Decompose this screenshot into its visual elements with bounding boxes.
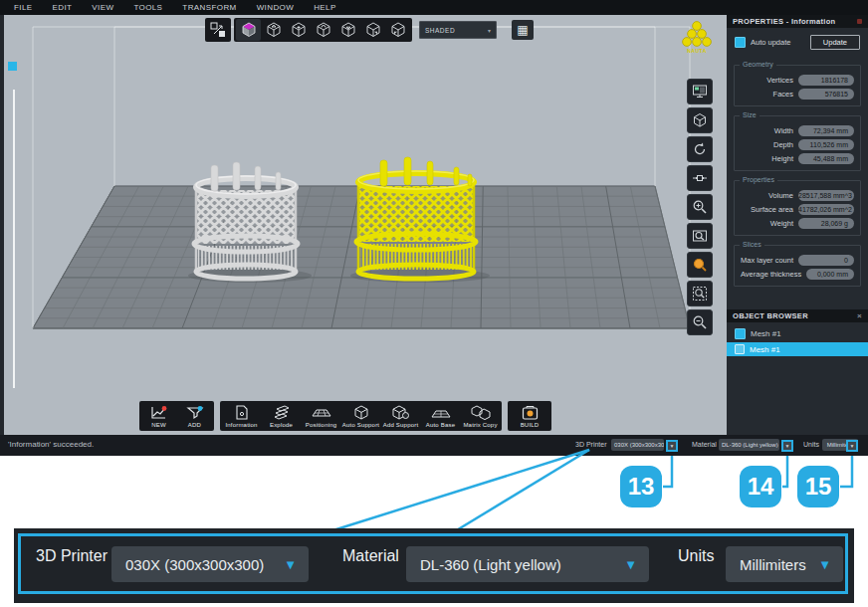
zoom-region-icon bbox=[692, 286, 708, 302]
viewport-scene bbox=[4, 15, 727, 435]
object-browser-header[interactable]: OBJECT BROWSER × bbox=[727, 309, 868, 322]
left-view-cube-icon bbox=[390, 22, 406, 38]
explode-button[interactable]: Explode bbox=[262, 403, 301, 429]
printer-dropdown[interactable]: 030X (300x300x300) bbox=[611, 439, 664, 451]
add-support-button[interactable]: Add Support bbox=[381, 403, 420, 429]
field-surface-area: Surface area 41782,026 mm^2 bbox=[741, 204, 854, 215]
field-depth: Depth 110,526 mm bbox=[741, 139, 854, 150]
menu-window[interactable]: WINDOW bbox=[247, 3, 305, 12]
surface-area-value: 41782,026 mm^2 bbox=[798, 204, 854, 215]
menu-tools[interactable]: TOOLS bbox=[123, 3, 172, 12]
object-browser-panel: OBJECT BROWSER × Mesh #1 Mesh #1 bbox=[727, 309, 868, 356]
explode-icon bbox=[272, 405, 292, 420]
dropdown-arrow-icon: ▼ bbox=[785, 443, 790, 449]
zoom-in-icon bbox=[692, 199, 708, 215]
auto-update-row: Auto update Update bbox=[727, 32, 868, 56]
field-height: Height 45,488 mm bbox=[741, 153, 854, 164]
iso-view-button[interactable] bbox=[236, 19, 261, 41]
ruler-handle[interactable] bbox=[8, 62, 17, 71]
material-dropdown[interactable]: DL-360 (Light yellow) bbox=[719, 439, 779, 451]
printer-dropdown-arrow[interactable]: ▼ bbox=[666, 440, 678, 452]
right-view-button[interactable] bbox=[360, 19, 385, 41]
average-thickness-value: 0,000 mm bbox=[806, 269, 854, 280]
menu-help[interactable]: HELP bbox=[304, 3, 346, 12]
field-max-layer-count: Max layer count 0 bbox=[741, 255, 854, 266]
material-dropdown-large[interactable]: DL-360 (Light yellow) ▼ bbox=[406, 546, 649, 582]
fit-view-button[interactable] bbox=[205, 18, 231, 42]
view-cube-button[interactable] bbox=[687, 107, 713, 133]
zoom-selection-button[interactable] bbox=[687, 252, 713, 278]
render-mode-value: SHADED bbox=[425, 27, 455, 34]
printer-label-large: 3D Printer bbox=[36, 547, 108, 565]
grid-toggle-button[interactable]: ▦ bbox=[512, 20, 534, 40]
positioning-button[interactable]: Positioning bbox=[302, 403, 340, 429]
zoom-region-button[interactable] bbox=[687, 281, 713, 306]
close-icon[interactable]: × bbox=[857, 311, 862, 320]
auto-update-checkbox[interactable] bbox=[735, 37, 746, 48]
menu-file[interactable]: FILE bbox=[4, 3, 43, 12]
material-label: Material bbox=[692, 441, 717, 448]
viewport-3d[interactable]: SHADED ▾ ▦ NAUTA bbox=[4, 15, 727, 435]
logo-text: NAUTA bbox=[679, 48, 715, 54]
right-view-cube-icon bbox=[365, 22, 381, 38]
bottom-view-cube-icon bbox=[340, 22, 356, 38]
printer-label: 3D Printer bbox=[575, 441, 607, 448]
auto-support-button[interactable]: Auto Support bbox=[341, 403, 380, 429]
front-view-button[interactable] bbox=[286, 19, 311, 41]
panel-marker-icon bbox=[857, 19, 862, 24]
zoom-out-button[interactable] bbox=[687, 309, 713, 335]
left-view-button[interactable] bbox=[385, 19, 410, 41]
menu-transform[interactable]: TRANSFORM bbox=[172, 3, 246, 12]
model-mesh-yellow[interactable] bbox=[350, 157, 490, 283]
build-icon bbox=[522, 405, 539, 420]
new-button[interactable]: NEW bbox=[141, 403, 176, 429]
update-button[interactable]: Update bbox=[810, 35, 860, 50]
section-slices: Slices Max layer count 0 Average thickne… bbox=[734, 245, 861, 287]
zoom-selection-icon bbox=[692, 257, 708, 273]
pan-view-button[interactable] bbox=[687, 165, 713, 191]
printer-dropdown-large[interactable]: 030X (300x300x300) ▼ bbox=[111, 546, 309, 582]
rotate-view-button[interactable] bbox=[687, 136, 713, 162]
render-mode-dropdown[interactable]: SHADED ▾ bbox=[419, 21, 497, 39]
section-size: Size Width 72,394 mm Depth 110,526 mm He… bbox=[734, 115, 861, 171]
field-average-thickness: Average thickness 0,000 mm bbox=[741, 269, 854, 280]
grid-icon: ▦ bbox=[517, 23, 528, 37]
build-button[interactable]: BUILD bbox=[510, 403, 549, 429]
units-dropdown-arrow[interactable]: ▼ bbox=[846, 440, 858, 452]
menu-edit[interactable]: EDIT bbox=[43, 3, 83, 12]
information-button[interactable]: Information bbox=[222, 403, 261, 429]
mesh-visibility-checkbox[interactable] bbox=[735, 344, 745, 354]
monitor-icon bbox=[692, 84, 708, 100]
mesh-visibility-checkbox[interactable] bbox=[735, 328, 746, 339]
field-volume: Volume 28517,588 mm^3 bbox=[741, 190, 854, 201]
auto-base-button[interactable]: Auto Base bbox=[421, 403, 460, 429]
field-weight: Weight 28,069 g bbox=[741, 218, 854, 229]
material-dropdown-arrow[interactable]: ▼ bbox=[781, 440, 793, 452]
section-slices-title: Slices bbox=[740, 241, 764, 248]
add-button[interactable]: ADD bbox=[177, 403, 212, 429]
units-dropdown-large[interactable]: Millimiters ▼ bbox=[726, 546, 843, 582]
depth-value: 110,526 mm bbox=[798, 139, 854, 150]
back-view-button[interactable] bbox=[311, 19, 335, 41]
model-mesh-white[interactable] bbox=[188, 162, 312, 283]
matrix-copy-button[interactable]: Matrix Copy bbox=[461, 403, 500, 429]
auto-base-icon bbox=[431, 405, 451, 420]
properties-panel-title: PROPERTIES - Information bbox=[733, 17, 835, 26]
dropdown-arrow-icon: ▼ bbox=[818, 557, 831, 572]
top-view-button[interactable] bbox=[261, 19, 286, 41]
bottom-view-button[interactable] bbox=[335, 19, 360, 41]
properties-panel-header[interactable]: PROPERTIES - Information bbox=[727, 15, 868, 28]
volume-value: 28517,588 mm^3 bbox=[798, 190, 854, 201]
object-browser-item-selected[interactable]: Mesh #1 bbox=[727, 342, 868, 356]
object-browser-title: OBJECT BROWSER bbox=[733, 311, 808, 320]
view-toolbar: SHADED ▾ ▦ bbox=[205, 18, 534, 42]
zoom-in-button[interactable] bbox=[687, 194, 713, 220]
display-settings-button[interactable] bbox=[687, 79, 713, 104]
auto-support-icon bbox=[353, 405, 369, 420]
pan-arrows-icon bbox=[692, 170, 708, 186]
menu-view[interactable]: VIEW bbox=[82, 3, 123, 12]
zoom-out-icon bbox=[692, 314, 708, 330]
object-browser-item[interactable]: Mesh #1 bbox=[727, 326, 868, 340]
callout-badge-15: 15 bbox=[797, 466, 839, 507]
zoom-window-button[interactable] bbox=[687, 223, 713, 249]
